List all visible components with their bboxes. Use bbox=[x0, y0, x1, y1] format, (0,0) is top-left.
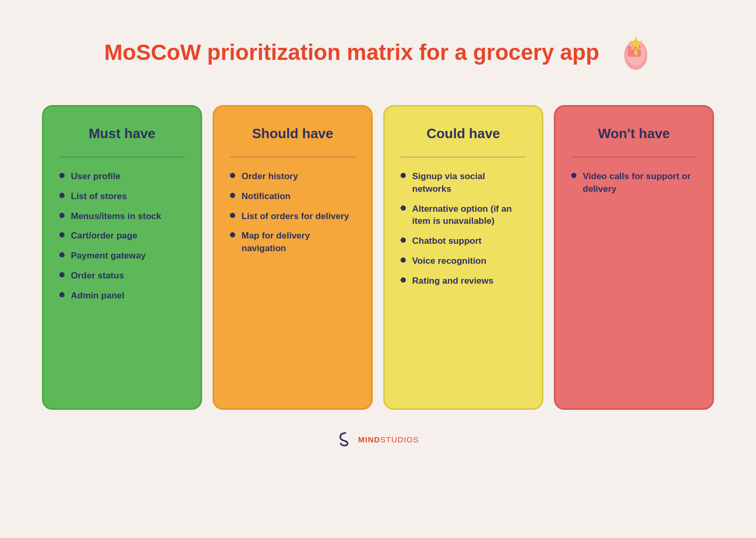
list-item-text: Rating and reviews bbox=[412, 275, 494, 287]
list-item-text: Payment gateway bbox=[71, 250, 146, 262]
brand-bold: MIND bbox=[358, 435, 380, 444]
list-item: Cart/order page bbox=[59, 230, 185, 242]
list-item: Signup via social networks bbox=[401, 170, 526, 195]
svg-rect-2 bbox=[627, 46, 632, 49]
card-list-must-have: User profileList of storesMenus/items in… bbox=[59, 170, 185, 302]
brand-text: MINDSTUDIOS bbox=[358, 435, 419, 444]
bullet-icon bbox=[401, 173, 406, 178]
bullet-icon bbox=[230, 213, 235, 218]
list-item: Notification bbox=[230, 190, 355, 203]
bullet-icon bbox=[59, 292, 65, 297]
list-item: Map for delivery navigation bbox=[230, 230, 355, 255]
footer-section: MINDSTUDIOS bbox=[337, 431, 419, 448]
brand-light: STUDIOS bbox=[380, 435, 419, 444]
list-item: Order history bbox=[230, 170, 355, 183]
card-wont-have: Won't haveVideo calls for support or del… bbox=[554, 105, 714, 410]
trophy-icon bbox=[610, 32, 652, 74]
header-section: MoSCoW prioritization matrix for a groce… bbox=[42, 32, 714, 74]
list-item: Voice recognition bbox=[401, 255, 526, 267]
list-item-text: List of orders for delivery bbox=[242, 210, 349, 223]
list-item-text: Notification bbox=[242, 190, 291, 203]
list-item: Order status bbox=[59, 270, 185, 282]
bullet-icon bbox=[230, 173, 235, 178]
bullet-icon bbox=[230, 193, 235, 198]
bullet-icon bbox=[401, 237, 406, 243]
card-divider-should-have bbox=[230, 157, 355, 158]
card-list-should-have: Order historyNotificationList of orders … bbox=[230, 170, 355, 255]
list-item: Chatbot support bbox=[401, 235, 526, 247]
list-item-text: Chatbot support bbox=[412, 235, 481, 247]
bullet-icon bbox=[401, 277, 406, 283]
list-item: Admin panel bbox=[59, 289, 185, 302]
list-item: User profile bbox=[59, 170, 185, 183]
list-item-text: Order history bbox=[242, 170, 298, 183]
card-list-could-have: Signup via social networksAlternative op… bbox=[401, 170, 526, 287]
bullet-icon bbox=[401, 205, 406, 211]
list-item-text: Voice recognition bbox=[412, 255, 486, 267]
bullet-icon bbox=[59, 232, 65, 237]
list-item-text: Menus/items in stock bbox=[71, 210, 161, 223]
list-item: List of orders for delivery bbox=[230, 210, 355, 223]
list-item-text: Signup via social networks bbox=[412, 170, 526, 195]
list-item-text: Alternative option (if an item is unavai… bbox=[412, 203, 526, 228]
card-list-wont-have: Video calls for support or delivery bbox=[571, 170, 697, 195]
list-item: Rating and reviews bbox=[401, 275, 526, 287]
page-title: MoSCoW prioritization matrix for a groce… bbox=[104, 40, 600, 65]
bullet-icon bbox=[230, 232, 235, 237]
card-should-have: Should haveOrder historyNotificationList… bbox=[213, 105, 373, 410]
bullet-icon bbox=[59, 272, 65, 277]
list-item-text: List of stores bbox=[71, 190, 127, 203]
card-divider-could-have bbox=[401, 157, 526, 158]
list-item-text: User profile bbox=[71, 170, 120, 183]
list-item: List of stores bbox=[59, 190, 185, 203]
bullet-icon bbox=[59, 213, 65, 218]
brand-logo: MINDSTUDIOS bbox=[337, 431, 419, 448]
list-item-text: Admin panel bbox=[71, 289, 124, 302]
bullet-icon bbox=[401, 257, 406, 263]
card-heading-could-have: Could have bbox=[401, 126, 526, 142]
page-wrapper: MoSCoW prioritization matrix for a groce… bbox=[0, 0, 756, 538]
card-must-have: Must haveUser profileList of storesMenus… bbox=[42, 105, 202, 410]
card-divider-must-have bbox=[59, 157, 185, 158]
bullet-icon bbox=[59, 252, 65, 257]
bullet-icon bbox=[571, 173, 576, 178]
bullet-icon bbox=[59, 193, 65, 198]
list-item: Payment gateway bbox=[59, 250, 185, 262]
card-divider-wont-have bbox=[571, 157, 697, 158]
list-item-text: Video calls for support or delivery bbox=[583, 170, 697, 195]
list-item: Menus/items in stock bbox=[59, 210, 185, 223]
card-heading-must-have: Must have bbox=[59, 126, 185, 142]
list-item-text: Cart/order page bbox=[71, 230, 138, 242]
list-item-text: Order status bbox=[71, 270, 124, 282]
brand-icon bbox=[337, 431, 354, 448]
list-item-text: Map for delivery navigation bbox=[242, 230, 355, 255]
matrix-grid: Must haveUser profileList of storesMenus… bbox=[42, 105, 714, 410]
list-item: Alternative option (if an item is unavai… bbox=[401, 203, 526, 228]
list-item: Video calls for support or delivery bbox=[571, 170, 697, 195]
card-heading-wont-have: Won't have bbox=[571, 126, 697, 142]
bullet-icon bbox=[59, 173, 65, 178]
card-could-have: Could haveSignup via social networksAlte… bbox=[383, 105, 543, 410]
svg-rect-7 bbox=[634, 50, 637, 55]
card-heading-should-have: Should have bbox=[230, 126, 355, 142]
